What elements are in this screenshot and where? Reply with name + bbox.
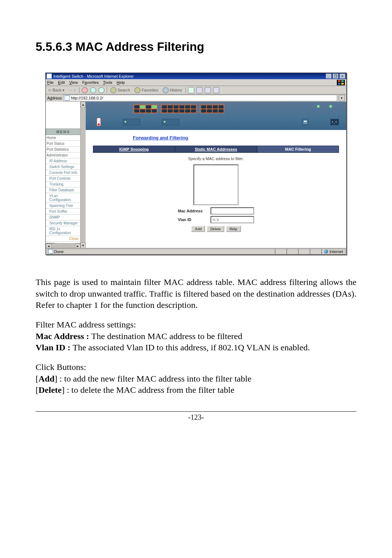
sidebar-item-close[interactable]: Close (46, 236, 81, 242)
sidebar-scrollbar-vertical[interactable]: ▲ ▼ (80, 102, 86, 248)
address-dropdown-button[interactable]: ▼ (339, 95, 345, 101)
sidebar-item-trunking[interactable]: Trunking (46, 182, 81, 187)
vlan-id-label: Vlan ID (178, 217, 207, 222)
sidebar-item-spanning-tree[interactable]: Spanning Tree (46, 203, 81, 209)
favorites-button[interactable]: Favorites (133, 87, 159, 94)
window-titlebar: Intelligent Switch - Microsoft Internet … (46, 73, 346, 79)
menu-favorites[interactable]: Favorites (82, 80, 98, 85)
tabs: IGMP Snooping Static MAC Addresses MAC F… (93, 146, 339, 153)
browser-status-bar: Done Internet (46, 248, 346, 254)
sidebar-item-administrator[interactable]: Administrator (46, 152, 81, 158)
scroll-up-icon[interactable]: ▲ (81, 102, 86, 107)
window-title: Intelligent Switch - Microsoft Internet … (53, 74, 325, 78)
browser-window: Intelligent Switch - Microsoft Internet … (45, 73, 347, 255)
sidebar-item-port-controls[interactable]: Port Controls (46, 176, 81, 182)
body-paragraph-1: This page is used to maintain filter MAC… (36, 277, 356, 311)
main-pane: •¸• Forwarding and Filtering IGMP Snoopi… (86, 102, 346, 248)
window-close-button[interactable]: × (339, 73, 346, 79)
switch-ports-graphic (133, 104, 224, 113)
module-slot (162, 119, 179, 125)
sidebar-item-switch-settings[interactable]: Switch Settings (46, 164, 81, 170)
add-button-line: [Add] : to add the new filter MAC addres… (36, 373, 356, 385)
address-field[interactable]: http://192.168.0.2/ (63, 95, 337, 101)
stop-icon[interactable] (82, 87, 88, 93)
sidebar-item-8021x-configuration[interactable]: 802.1x Configuration (46, 226, 81, 236)
scroll-down-icon[interactable]: ▼ (81, 243, 86, 248)
led-icon (317, 105, 319, 107)
form-hint: Specify a MAC address to filter. (93, 156, 339, 161)
sidebar-item-port-sniffer[interactable]: Port Sniffer (46, 209, 81, 215)
window-restore-button[interactable]: ❐ (332, 73, 339, 79)
windows-flag-icon (337, 80, 345, 85)
discuss-icon[interactable] (213, 87, 219, 93)
sidebar-item-vlan-configuration[interactable]: VLan Configuration (46, 193, 81, 203)
status-separator (310, 249, 322, 254)
vlan-id-input[interactable] (211, 216, 254, 223)
tab-igmp-snooping[interactable]: IGMP Snooping (93, 146, 175, 153)
filter-listbox[interactable] (193, 164, 238, 205)
back-button[interactable]: ⇦ Back ▾ (47, 87, 66, 93)
sidebar-scrollbar-horizontal[interactable]: ◄ ► (46, 243, 81, 248)
menu-edit[interactable]: Edit (58, 80, 65, 85)
mac-address-line: Mac Address : The destination MAC addres… (36, 331, 356, 342)
svg-rect-1 (341, 80, 344, 82)
home-icon[interactable] (98, 87, 105, 93)
sidebar-item-port-status[interactable]: Port Status (46, 141, 81, 147)
address-bar: Address http://192.168.0.2/ ▼ (46, 94, 346, 102)
refresh-icon[interactable] (90, 87, 96, 93)
add-button[interactable]: Add (191, 225, 205, 232)
ie-icon (46, 73, 52, 79)
mac-address-input[interactable] (211, 207, 254, 215)
tab-static-mac-addresses[interactable]: Static MAC Addresses (175, 146, 257, 153)
search-button[interactable]: Search (109, 87, 131, 94)
menu-tools[interactable]: Tools (103, 80, 113, 85)
edit-icon[interactable] (205, 87, 211, 93)
section-heading: 5.5.6.3 MAC Address Filtering (36, 40, 356, 54)
status-separator (298, 249, 310, 254)
thermometer-icon (97, 118, 101, 126)
sidebar-item-snmp[interactable]: SNMP (46, 215, 81, 220)
status-separator (287, 249, 298, 254)
history-button[interactable]: History (162, 87, 183, 94)
filter-settings-intro: Filter MAC address settings: (36, 319, 356, 331)
page-footer: -123- (36, 411, 356, 421)
history-icon (163, 87, 169, 93)
page-icon (65, 95, 70, 101)
sidebar: MENU Home Port Status Port Statistics Ad… (46, 102, 86, 248)
search-icon (110, 87, 117, 93)
browser-toolbar: ⇦ Back ▾ ⇨ ▾ Search Favorites History (46, 86, 346, 94)
sidebar-item-port-statistics[interactable]: Port Statistics (46, 147, 81, 152)
sidebar-item-filter-database[interactable]: Filter Database (46, 187, 81, 193)
click-buttons-intro: Click Buttons: (36, 362, 356, 373)
module-slot (123, 119, 140, 125)
window-minimize-button[interactable]: _ (326, 73, 332, 79)
sidebar-item-security-manager[interactable]: Security Manager (46, 220, 81, 226)
disk-icon (302, 119, 309, 125)
menu-help[interactable]: Help (117, 80, 125, 85)
vlan-id-line: Vlan ID : The associated Vlan ID to this… (36, 342, 356, 354)
favorites-icon (134, 87, 140, 93)
sidebar-item-ip-address[interactable]: IP Address (46, 158, 81, 164)
print-icon[interactable] (196, 87, 203, 93)
mail-icon[interactable] (188, 87, 194, 93)
delete-button[interactable]: Delete (207, 225, 224, 232)
status-leds (317, 105, 332, 107)
svg-rect-2 (338, 83, 340, 85)
scroll-thumb[interactable] (81, 108, 85, 242)
help-button[interactable]: Help (226, 225, 241, 232)
led-icon (330, 105, 332, 107)
sidebar-item-home[interactable]: Home (46, 135, 81, 141)
menu-title: MENU (46, 129, 81, 135)
speaker-icon: •¸• (330, 119, 339, 125)
forward-button[interactable]: ⇨ ▾ (68, 87, 77, 93)
page-icon (48, 249, 53, 254)
tab-mac-filtering[interactable]: MAC Filtering (257, 146, 339, 153)
internet-zone-icon (324, 249, 328, 253)
sidebar-item-console-port-info[interactable]: Console Port Info (46, 170, 81, 176)
menu-view[interactable]: View (69, 80, 78, 85)
menu-file[interactable]: File (47, 80, 54, 85)
svg-rect-5 (304, 122, 306, 123)
svg-rect-0 (338, 80, 340, 82)
mac-address-label: Mac Address (178, 209, 207, 213)
address-url: http://192.168.0.2/ (71, 96, 103, 100)
